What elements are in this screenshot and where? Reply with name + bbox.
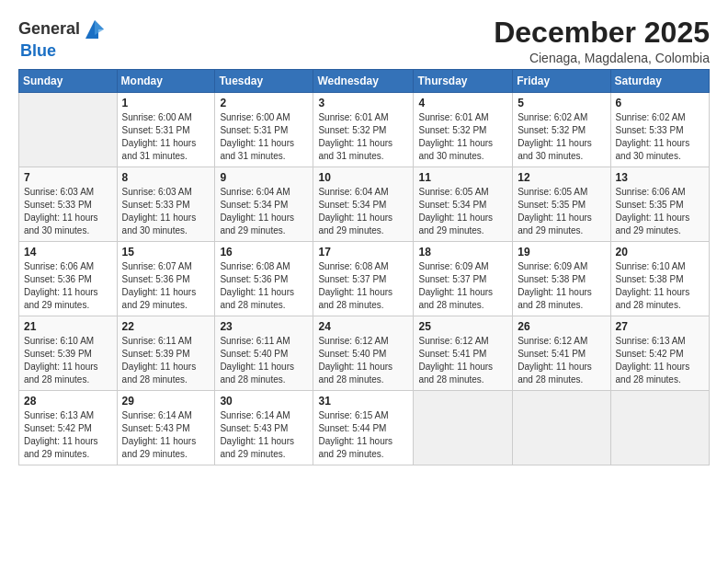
calendar-week-3: 14Sunrise: 6:06 AMSunset: 5:36 PMDayligh…	[19, 242, 710, 316]
calendar-cell: 25Sunrise: 6:12 AMSunset: 5:41 PMDayligh…	[414, 316, 513, 391]
day-number: 2	[220, 97, 308, 109]
calendar-week-4: 21Sunrise: 6:10 AMSunset: 5:39 PMDayligh…	[19, 316, 710, 391]
calendar-cell: 16Sunrise: 6:08 AMSunset: 5:36 PMDayligh…	[215, 242, 313, 316]
calendar-cell: 28Sunrise: 6:13 AMSunset: 5:42 PMDayligh…	[19, 391, 118, 465]
calendar-cell: 13Sunrise: 6:06 AMSunset: 5:35 PMDayligh…	[610, 167, 709, 242]
logo: General Blue	[18, 17, 108, 61]
day-info: Sunrise: 6:12 AMSunset: 5:41 PMDaylight:…	[418, 335, 507, 386]
day-number: 9	[220, 171, 308, 184]
col-saturday: Saturday	[610, 70, 709, 93]
day-info: Sunrise: 6:14 AMSunset: 5:43 PMDaylight:…	[122, 409, 210, 461]
calendar-cell: 12Sunrise: 6:05 AMSunset: 5:35 PMDayligh…	[513, 167, 610, 242]
day-number: 17	[318, 246, 408, 259]
day-info: Sunrise: 6:08 AMSunset: 5:36 PMDaylight:…	[220, 260, 308, 312]
calendar-week-5: 28Sunrise: 6:13 AMSunset: 5:42 PMDayligh…	[19, 391, 710, 465]
day-number: 16	[220, 246, 308, 259]
logo-blue: Blue	[20, 42, 56, 61]
calendar-cell	[513, 391, 610, 465]
subtitle: Cienaga, Magdalena, Colombia	[494, 51, 710, 65]
day-number: 4	[418, 97, 507, 109]
day-number: 12	[518, 171, 605, 184]
day-info: Sunrise: 6:04 AMSunset: 5:34 PMDaylight:…	[220, 186, 308, 237]
day-info: Sunrise: 6:01 AMSunset: 5:32 PMDaylight:…	[418, 111, 507, 163]
calendar-cell: 1Sunrise: 6:00 AMSunset: 5:31 PMDaylight…	[117, 93, 215, 167]
day-number: 27	[616, 320, 704, 333]
day-number: 22	[122, 320, 210, 333]
day-number: 7	[24, 171, 112, 184]
day-number: 11	[418, 171, 507, 184]
calendar-body: 1Sunrise: 6:00 AMSunset: 5:31 PMDaylight…	[19, 93, 710, 465]
calendar-cell: 19Sunrise: 6:09 AMSunset: 5:38 PMDayligh…	[513, 242, 610, 316]
calendar-cell	[610, 391, 709, 465]
day-number: 14	[24, 246, 112, 259]
calendar-cell: 4Sunrise: 6:01 AMSunset: 5:32 PMDaylight…	[414, 93, 513, 167]
calendar-cell: 17Sunrise: 6:08 AMSunset: 5:37 PMDayligh…	[313, 242, 414, 316]
day-info: Sunrise: 6:13 AMSunset: 5:42 PMDaylight:…	[24, 409, 112, 461]
calendar-cell: 27Sunrise: 6:13 AMSunset: 5:42 PMDayligh…	[610, 316, 709, 391]
calendar-week-1: 1Sunrise: 6:00 AMSunset: 5:31 PMDaylight…	[19, 93, 710, 167]
day-number: 24	[318, 320, 408, 333]
day-info: Sunrise: 6:15 AMSunset: 5:44 PMDaylight:…	[318, 409, 408, 461]
page-container: General Blue December 2025 Cienaga, Magd…	[0, 0, 728, 475]
day-number: 18	[418, 246, 507, 259]
col-sunday: Sunday	[19, 70, 118, 93]
title-block: December 2025 Cienaga, Magdalena, Colomb…	[494, 17, 710, 65]
calendar-cell: 26Sunrise: 6:12 AMSunset: 5:41 PMDayligh…	[513, 316, 610, 391]
calendar-cell: 5Sunrise: 6:02 AMSunset: 5:32 PMDaylight…	[513, 93, 610, 167]
day-number: 23	[220, 320, 308, 333]
day-info: Sunrise: 6:12 AMSunset: 5:41 PMDaylight:…	[518, 335, 605, 386]
calendar-cell: 31Sunrise: 6:15 AMSunset: 5:44 PMDayligh…	[313, 391, 414, 465]
calendar-cell: 8Sunrise: 6:03 AMSunset: 5:33 PMDaylight…	[117, 167, 215, 242]
header: General Blue December 2025 Cienaga, Magd…	[18, 17, 710, 65]
col-friday: Friday	[513, 70, 610, 93]
calendar-cell: 20Sunrise: 6:10 AMSunset: 5:38 PMDayligh…	[610, 242, 709, 316]
calendar-cell: 18Sunrise: 6:09 AMSunset: 5:37 PMDayligh…	[414, 242, 513, 316]
day-number: 13	[616, 171, 704, 184]
day-info: Sunrise: 6:08 AMSunset: 5:37 PMDaylight:…	[318, 260, 408, 312]
day-info: Sunrise: 6:05 AMSunset: 5:34 PMDaylight:…	[418, 186, 507, 237]
day-info: Sunrise: 6:11 AMSunset: 5:40 PMDaylight:…	[220, 335, 308, 386]
day-number: 31	[318, 395, 408, 408]
day-info: Sunrise: 6:00 AMSunset: 5:31 PMDaylight:…	[122, 111, 210, 163]
calendar-cell: 6Sunrise: 6:02 AMSunset: 5:33 PMDaylight…	[610, 93, 709, 167]
calendar-cell: 3Sunrise: 6:01 AMSunset: 5:32 PMDaylight…	[313, 93, 414, 167]
calendar-cell: 22Sunrise: 6:11 AMSunset: 5:39 PMDayligh…	[117, 316, 215, 391]
day-info: Sunrise: 6:09 AMSunset: 5:38 PMDaylight:…	[518, 260, 605, 312]
day-number: 10	[318, 171, 408, 184]
day-number: 8	[122, 171, 210, 184]
day-info: Sunrise: 6:01 AMSunset: 5:32 PMDaylight:…	[318, 111, 408, 163]
col-wednesday: Wednesday	[313, 70, 414, 93]
day-info: Sunrise: 6:13 AMSunset: 5:42 PMDaylight:…	[616, 335, 704, 386]
calendar-cell: 29Sunrise: 6:14 AMSunset: 5:43 PMDayligh…	[117, 391, 215, 465]
month-title: December 2025	[494, 17, 710, 49]
calendar-cell	[19, 93, 118, 167]
calendar-cell: 30Sunrise: 6:14 AMSunset: 5:43 PMDayligh…	[215, 391, 313, 465]
day-number: 25	[418, 320, 507, 333]
calendar-cell: 9Sunrise: 6:04 AMSunset: 5:34 PMDaylight…	[215, 167, 313, 242]
calendar-week-2: 7Sunrise: 6:03 AMSunset: 5:33 PMDaylight…	[19, 167, 710, 242]
day-info: Sunrise: 6:07 AMSunset: 5:36 PMDaylight:…	[122, 260, 210, 312]
day-number: 29	[122, 395, 210, 408]
col-monday: Monday	[117, 70, 215, 93]
day-info: Sunrise: 6:06 AMSunset: 5:36 PMDaylight:…	[24, 260, 112, 312]
day-info: Sunrise: 6:14 AMSunset: 5:43 PMDaylight:…	[220, 409, 308, 461]
col-thursday: Thursday	[414, 70, 513, 93]
day-number: 21	[24, 320, 112, 333]
calendar-cell: 24Sunrise: 6:12 AMSunset: 5:40 PMDayligh…	[313, 316, 414, 391]
day-info: Sunrise: 6:00 AMSunset: 5:31 PMDaylight:…	[220, 111, 308, 163]
day-info: Sunrise: 6:03 AMSunset: 5:33 PMDaylight:…	[122, 186, 210, 237]
calendar-cell	[414, 391, 513, 465]
day-number: 19	[518, 246, 605, 259]
calendar-cell: 23Sunrise: 6:11 AMSunset: 5:40 PMDayligh…	[215, 316, 313, 391]
day-number: 26	[518, 320, 605, 333]
header-row: Sunday Monday Tuesday Wednesday Thursday…	[19, 70, 710, 93]
svg-marker-1	[95, 20, 104, 35]
col-tuesday: Tuesday	[215, 70, 313, 93]
day-info: Sunrise: 6:03 AMSunset: 5:33 PMDaylight:…	[24, 186, 112, 237]
calendar-cell: 7Sunrise: 6:03 AMSunset: 5:33 PMDaylight…	[19, 167, 118, 242]
day-info: Sunrise: 6:09 AMSunset: 5:37 PMDaylight:…	[418, 260, 507, 312]
calendar-cell: 21Sunrise: 6:10 AMSunset: 5:39 PMDayligh…	[19, 316, 118, 391]
calendar-header: Sunday Monday Tuesday Wednesday Thursday…	[19, 70, 710, 93]
day-number: 20	[616, 246, 704, 259]
day-info: Sunrise: 6:10 AMSunset: 5:38 PMDaylight:…	[616, 260, 704, 312]
